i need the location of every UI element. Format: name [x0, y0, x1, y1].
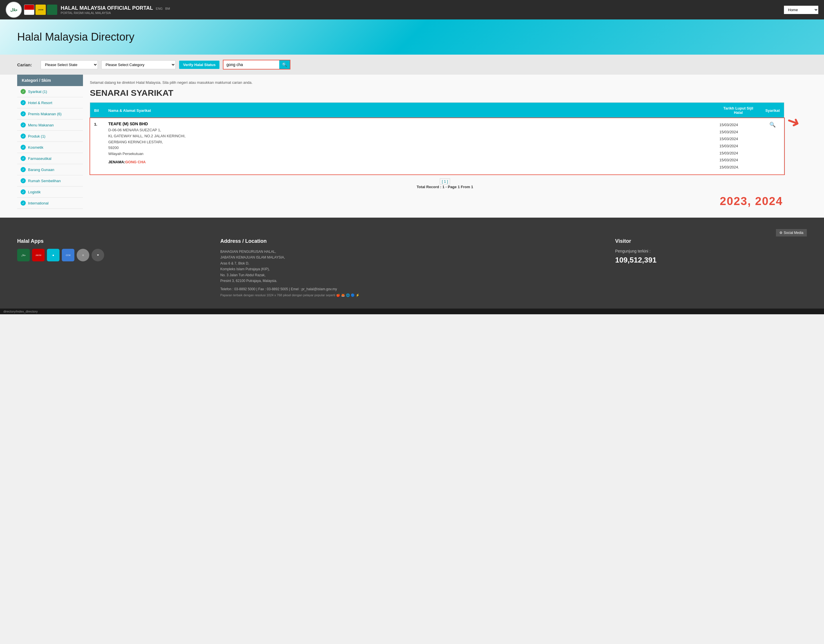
col-syarikat: Syarikat: [761, 103, 784, 118]
social-media-container: ⚙ Social Media: [17, 229, 807, 236]
footer: ⚙ Social Media Halal Apps حلال JAKIM ◆ C…: [0, 218, 824, 308]
search-bar: Carian: Please Select State Please Selec…: [0, 55, 824, 75]
logo-extra: [47, 5, 57, 15]
col-tarikh: Tarikh Luput Sijil Halal: [716, 103, 761, 118]
company-address: D-06-06 MENARA SUEZCAP 1, KL GATEWAY MAL…: [108, 127, 712, 157]
visitor-title: Visitor: [615, 238, 807, 244]
cell-company: TEAFE (M) SDN BHD D-06-06 MENARA SUEZCAP…: [105, 118, 716, 175]
app-logo-3: ◆: [47, 249, 60, 261]
right-content: Selamat datang ke direktori Halal Malays…: [83, 75, 807, 218]
main-content: Kategori / Skim ✓ Syarikat (1) ✓ Hotel &…: [0, 75, 824, 218]
footer-visitor: Visitor Pengunjung terkini : 109,512,391: [615, 238, 807, 297]
sidebar: Kategori / Skim ✓ Syarikat (1) ✓ Hotel &…: [17, 75, 83, 218]
nav-dropdown[interactable]: Home About Services Contact: [784, 6, 818, 14]
addr-footer-1: JABATAN KEMAJUAN ISLAM MALAYSIA,: [220, 255, 285, 259]
date-1: 15/03/2024: [719, 130, 738, 134]
sidebar-header: Kategori / Skim: [17, 75, 83, 86]
date-4: 15/03/2024: [719, 151, 738, 155]
check-icon: ✓: [21, 111, 26, 117]
status-url: directory/index_directory: [3, 310, 38, 313]
addr-line-3: 59200: [108, 146, 119, 150]
search-input[interactable]: [223, 61, 279, 69]
check-icon: ✓: [21, 178, 26, 183]
date-3: 15/03/2024: [719, 144, 738, 148]
addr-footer-0: BAHAGIAN PENGURUSAN HALAL,: [220, 250, 276, 254]
header-title: HALAL MALAYSIA OFFICIAL PORTAL ENG BM PO…: [61, 5, 781, 15]
search-button[interactable]: 🔍: [279, 60, 290, 69]
date-2: 15/03/2024: [719, 137, 738, 141]
sidebar-item-hotel[interactable]: ✓ Hotel & Resort: [17, 97, 83, 108]
footer-apps: Halal Apps حلال JAKIM ◆ CCM ⊙ ❤: [17, 238, 209, 297]
category-select[interactable]: Please Select Category: [101, 60, 176, 69]
sidebar-item-label: Hotel & Resort: [28, 101, 52, 105]
check-icon: ✓: [21, 189, 26, 195]
apps-title: Halal Apps: [17, 238, 209, 244]
check-icon: ✓: [21, 89, 26, 94]
col-bil: Bil: [90, 103, 105, 118]
visitor-subtitle: Pengunjung terkini :: [615, 249, 807, 253]
sidebar-item-label: Logistik: [28, 190, 41, 194]
address-title: Address / Location: [220, 238, 604, 244]
addr-footer-5: Presint 3, 62100 Putrajaya, Malaysia.: [220, 279, 277, 283]
site-subtitle: PORTAL RASMI HALAL MALAYSIA: [61, 11, 781, 15]
result-table: Bil Nama & Alamat Syarikat Tarikh Luput …: [90, 103, 784, 175]
search-label: Carian:: [17, 62, 37, 67]
sidebar-item-rumah[interactable]: ✓ Rumah Sembelihan: [17, 175, 83, 187]
sidebar-item-label: Farmaseutikal: [28, 156, 51, 161]
app-logo-6: ❤: [92, 249, 104, 261]
date-5: 15/03/2024: [719, 158, 738, 162]
sidebar-item-logistik[interactable]: ✓ Logistik: [17, 187, 83, 198]
sidebar-item-premis[interactable]: ✓ Premis Makanan (6): [17, 108, 83, 120]
sidebar-item-kosmetik[interactable]: ✓ Kosmetik: [17, 142, 83, 153]
status-bar: directory/index_directory: [0, 308, 824, 314]
check-icon: ✓: [21, 100, 26, 105]
jakim-logos: JAKIM: [24, 5, 57, 15]
check-icon: ✓: [21, 133, 26, 139]
browser-note: Paparan terbaik dengan resolusi 1024 x 7…: [220, 293, 604, 297]
logo-jakim: JAKIM: [35, 5, 46, 15]
row-search-icon[interactable]: 🔍: [769, 122, 776, 127]
footer-apps-logos: حلال JAKIM ◆ CCM ⊙ ❤: [17, 249, 209, 261]
sidebar-item-label: Produk (1): [28, 134, 46, 138]
social-media-button[interactable]: ⚙ Social Media: [776, 229, 807, 236]
verify-halal-button[interactable]: Verify Halal Status: [179, 61, 220, 69]
company-name: TEAFE (M) SDN BHD: [108, 121, 712, 126]
nav-select[interactable]: Home About Services Contact: [784, 6, 818, 14]
sidebar-item-syarikat[interactable]: ✓ Syarikat (1): [17, 86, 83, 97]
state-select[interactable]: Please Select State: [41, 60, 98, 69]
list-title: SENARAI SYARIKAT: [90, 88, 800, 98]
pagination[interactable]: [ 1 ]: [90, 179, 800, 184]
addr-line-4: Wilayah Persekutuan: [108, 152, 144, 156]
cell-search-icon[interactable]: 🔍: [761, 118, 784, 175]
sidebar-item-farmaseutikal[interactable]: ✓ Farmaseutikal: [17, 153, 83, 164]
check-icon: ✓: [21, 201, 26, 205]
footer-address-lines: BAHAGIAN PENGURUSAN HALAL, JABATAN KEMAJ…: [220, 249, 604, 284]
check-icon: ✓: [21, 156, 26, 161]
table-row: 1. TEAFE (M) SDN BHD D-06-06 MENARA SUEZ…: [90, 118, 784, 175]
check-icon: ✓: [21, 145, 26, 150]
addr-footer-2: Aras 6 & 7, Blok D,: [220, 261, 249, 265]
welcome-text: Selamat datang ke direktori Halal Malays…: [90, 80, 800, 84]
search-input-wrapper: 🔍: [223, 60, 291, 69]
check-icon: ✓: [21, 167, 26, 172]
sidebar-item-label: Kosmetik: [28, 145, 43, 150]
halal-logo: حلال: [6, 2, 22, 18]
hero-section: Halal Malaysia Directory: [0, 20, 824, 55]
app-logo-5: ⊙: [77, 249, 89, 261]
sidebar-item-label: Rumah Sembelihan: [28, 179, 61, 183]
social-media-label: Social Media: [784, 231, 803, 235]
sidebar-item-label: Premis Makanan (6): [28, 112, 61, 116]
addr-line-0: D-06-06 MENARA SUEZCAP 1,: [108, 128, 161, 132]
jenama-line: JENAMA:GONG CHA: [108, 160, 712, 164]
cell-dates: 15/03/2024 15/03/2024 15/03/2024 15/03/2…: [716, 118, 761, 175]
sidebar-item-barang[interactable]: ✓ Barang Gunaan: [17, 164, 83, 175]
sidebar-item-menu[interactable]: ✓ Menu Makanan: [17, 120, 83, 131]
sidebar-item-label: Syarikat (1): [28, 89, 47, 94]
addr-footer-4: No. 3 Jalan Tun Abdul Razak,: [220, 273, 266, 277]
page-link-1[interactable]: [ 1 ]: [440, 178, 450, 184]
app-logo-1: حلال: [17, 249, 30, 261]
hero-title: Halal Malaysia Directory: [17, 31, 134, 43]
sidebar-item-international[interactable]: ✓ International: [17, 198, 83, 209]
check-icon: ✓: [21, 123, 26, 127]
sidebar-item-produk[interactable]: ✓ Produk (1): [17, 131, 83, 142]
